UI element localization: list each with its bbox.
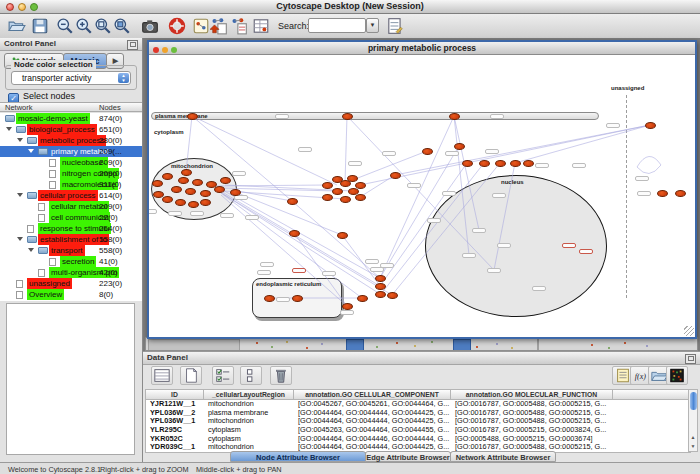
network-node[interactable] <box>181 169 192 176</box>
table-cell[interactable]: YDR039C__1 <box>146 443 204 452</box>
table-cell[interactable]: mitochondrion <box>204 400 294 409</box>
tree-row[interactable]: nucleobase-209(0) <box>0 157 142 168</box>
table-row[interactable]: YPL036W__2plasma membrane[GO:0044464, GO… <box>146 409 690 418</box>
table-cell[interactable]: plasma membrane <box>204 409 294 418</box>
network-node[interactable] <box>152 180 163 187</box>
network-node[interactable] <box>357 295 368 302</box>
network-node[interactable] <box>153 191 164 198</box>
tree-row[interactable]: secretion41(0) <box>0 256 142 267</box>
snapshot-icon[interactable] <box>141 17 159 35</box>
network-node[interactable] <box>188 201 199 208</box>
table-row[interactable]: YJR121W__1mitochondrion[GO:0045267, GO:0… <box>146 400 690 409</box>
table-row[interactable]: YLR295Ccytoplasm[GO:0045263, GO:0044464,… <box>146 426 690 435</box>
network-node[interactable] <box>162 196 173 203</box>
tree-row[interactable]: mosaic-demo-yeast874(0) <box>0 113 142 124</box>
combo-stepper-icon[interactable]: ▲▼ <box>118 73 129 83</box>
tree-row[interactable]: cellular process614(0) <box>0 190 142 201</box>
network-canvas[interactable]: plasma membrane cytoplasm mitochondrion … <box>149 55 695 337</box>
attribute-editor-icon[interactable] <box>386 17 404 35</box>
network-node[interactable] <box>510 160 521 167</box>
attribute-table-icon[interactable] <box>151 366 173 385</box>
matrix-icon[interactable] <box>666 366 688 385</box>
table-cell[interactable]: mitochondrion <box>204 417 294 426</box>
tree-row-label[interactable]: biological_process <box>27 124 97 135</box>
tree-row[interactable]: cellular metabol209(0) <box>0 201 142 212</box>
network-node[interactable] <box>192 179 203 186</box>
table-scrollbar[interactable]: ▲▼ <box>688 389 698 452</box>
network-node[interactable] <box>322 182 333 189</box>
network-node[interactable] <box>200 199 211 206</box>
table-cell[interactable] <box>613 417 690 426</box>
tree-row-label[interactable]: unassigned <box>27 278 72 289</box>
expander-icon[interactable] <box>28 149 34 153</box>
network-node[interactable] <box>375 291 386 298</box>
table-cell[interactable]: YKR052C <box>146 435 204 444</box>
zoom-in-icon[interactable] <box>75 17 93 35</box>
network-node[interactable] <box>657 190 668 197</box>
search-dropdown-icon[interactable]: ▼ <box>366 18 379 33</box>
column-header[interactable]: ID <box>146 390 204 400</box>
table-cell[interactable] <box>613 443 690 452</box>
resize-grip[interactable] <box>684 326 694 336</box>
network-node[interactable] <box>292 295 303 302</box>
tree-row-label[interactable]: transport <box>49 245 85 256</box>
table-cell[interactable] <box>613 409 690 418</box>
network-node[interactable] <box>375 283 386 290</box>
network-node[interactable] <box>322 194 333 201</box>
network-node[interactable] <box>340 196 351 203</box>
network-node[interactable] <box>187 113 198 120</box>
network-node[interactable] <box>171 186 182 193</box>
background-window-strip[interactable] <box>145 337 698 351</box>
table-cell[interactable]: YPL036W__2 <box>146 409 204 418</box>
tab-edge-attribute-browser[interactable]: Edge Attribute Browser <box>365 451 451 462</box>
expander-icon[interactable] <box>17 193 23 197</box>
network-node[interactable] <box>287 198 298 205</box>
tree-row-label[interactable]: Overview <box>27 289 64 300</box>
annotation-icon[interactable] <box>192 17 210 35</box>
tree-row[interactable]: unassigned223(0) <box>0 278 142 289</box>
float-panel-icon[interactable] <box>127 40 138 50</box>
table-cell[interactable] <box>613 426 690 435</box>
delete-attribute-icon[interactable] <box>270 366 292 385</box>
table-cell[interactable]: [GO:0016787, GO:0005215, GO:0003824, G..… <box>451 426 613 435</box>
network-node[interactable] <box>454 143 465 150</box>
column-header[interactable] <box>613 390 690 400</box>
zoom-out-icon[interactable] <box>56 17 74 35</box>
tree-column-network[interactable]: Network <box>5 103 33 112</box>
table-cell[interactable] <box>613 400 690 409</box>
expander-icon[interactable] <box>17 237 23 241</box>
tree-row-label[interactable]: cellular process <box>38 190 98 201</box>
network-node[interactable] <box>337 232 348 239</box>
new-attribute-icon[interactable] <box>180 366 202 385</box>
network-tree-header[interactable]: Network Nodes <box>0 102 142 112</box>
network-node[interactable] <box>230 189 241 196</box>
expander-icon[interactable] <box>28 248 34 252</box>
network-node[interactable] <box>264 295 275 302</box>
table-cell[interactable]: [GO:0044464, GO:0044444, GO:0044425, G..… <box>294 417 451 426</box>
tree-row[interactable]: multi-organism pro42(0) <box>0 267 142 278</box>
strip-handle[interactable] <box>346 339 364 351</box>
scrollbar-arrows[interactable]: ▲▼ <box>689 433 697 451</box>
table-cell[interactable]: [GO:0045263, GO:0044464, GO:0044455, G..… <box>294 426 451 435</box>
tree-row[interactable]: primary metabol209(... <box>0 146 142 157</box>
tree-row[interactable]: establishment of lo558(0) <box>0 234 142 245</box>
tree-row[interactable]: response to stimulu264(0) <box>0 223 142 234</box>
network-node[interactable] <box>355 182 366 189</box>
network-node[interactable] <box>342 303 353 310</box>
network-node[interactable] <box>675 190 686 197</box>
network-node[interactable] <box>495 160 506 167</box>
network-node[interactable] <box>175 199 186 206</box>
table-cell[interactable]: [GO:0045267, GO:0045261, GO:0044464, G..… <box>294 400 451 409</box>
zoom-fit-icon[interactable] <box>94 17 112 35</box>
table-cell[interactable]: [GO:0016787, GO:0005488, GO:0005215, G..… <box>451 409 613 418</box>
import-attributes-icon[interactable] <box>230 17 248 35</box>
network-node[interactable] <box>375 275 386 282</box>
table-cell[interactable]: cytoplasm <box>204 426 294 435</box>
save-session-icon[interactable] <box>31 17 49 35</box>
float-data-panel-icon[interactable] <box>685 354 696 364</box>
search-input[interactable] <box>308 18 366 33</box>
tree-row[interactable]: cell communicat22(0) <box>0 212 142 223</box>
table-cell[interactable]: [GO:0005488, GO:0005215, GO:0003674] <box>451 435 613 444</box>
table-cell[interactable]: [GO:0016787, GO:0005488, GO:0005215, G..… <box>451 417 613 426</box>
layout-grid-icon[interactable] <box>252 17 270 35</box>
